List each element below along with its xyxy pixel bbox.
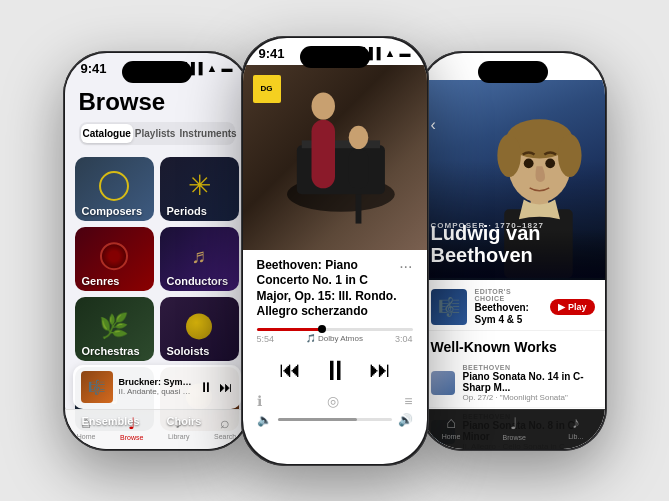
nav-home-3[interactable]: ⌂ Home — [442, 414, 461, 440]
nav-library-3[interactable]: ♪ Lib... — [568, 414, 583, 440]
bottom-nav-3: ⌂ Home ♩ Browse ♪ Lib... — [421, 409, 605, 449]
battery-icon: ▬ — [222, 62, 233, 74]
nav-library-label-1: Library — [168, 433, 189, 440]
orchestras-icon: 🌿 — [99, 312, 129, 340]
work-sub-0: Op. 27/2 · "Moonlight Sonata" — [463, 393, 595, 402]
piano-scene: DG — [243, 65, 427, 250]
volume-fill — [278, 418, 358, 421]
mini-subtitle: II. Andante, quasi allegretto (... — [119, 387, 193, 396]
mini-track-info: Bruckner: Symphony No. 4 i... II. Andant… — [119, 377, 193, 396]
composer-name-line1: Ludwig van — [431, 222, 541, 244]
nav-browse-label-1: Browse — [120, 434, 143, 441]
svg-point-15 — [545, 158, 555, 168]
svg-point-13 — [558, 134, 581, 177]
svg-point-4 — [311, 92, 334, 119]
progress-bar[interactable] — [257, 328, 413, 331]
conductors-icon: ♬ — [192, 245, 207, 268]
grid-item-composers[interactable]: Composers — [75, 157, 154, 221]
time-current: 5:54 — [257, 334, 275, 344]
tab-playlists[interactable]: Playlists — [133, 124, 178, 143]
composer-hero: ‹ COMPOSER · 1770–1827 Ludwig van Beetho… — [421, 80, 605, 280]
player-info: Beethoven: Piano Concerto No. 1 in C Maj… — [243, 250, 427, 324]
svg-point-12 — [497, 134, 520, 177]
nav-search-1[interactable]: ⌕ Search — [214, 414, 236, 440]
grid-item-genres[interactable]: Genres — [75, 227, 154, 291]
volume-slider: 🔈 🔊 — [243, 409, 427, 431]
volume-bar[interactable] — [278, 418, 392, 421]
status-time-2: 9:41 — [259, 46, 285, 61]
progress-dot — [318, 325, 326, 333]
conductors-label: Conductors — [160, 271, 236, 291]
tab-catalogue[interactable]: Catalogue — [81, 124, 133, 143]
svg-point-6 — [348, 125, 368, 148]
grid-item-soloists[interactable]: Soloists — [160, 297, 239, 361]
info-button[interactable]: ℹ — [257, 393, 262, 409]
pause-button[interactable]: ⏸ — [321, 354, 349, 387]
transport-controls: ⏮ ⏸ ⏭ — [243, 348, 427, 393]
editors-choice-section: 🎼 EDITOR'S CHOICE Beethoven: Sym 4 & 5 ▶… — [421, 280, 605, 331]
ec-info: EDITOR'S CHOICE Beethoven: Sym 4 & 5 — [475, 288, 543, 326]
composers-label: Composers — [75, 201, 150, 221]
editors-choice-badge: EDITOR'S CHOICE — [475, 288, 543, 302]
play-button[interactable]: ▶ Play — [550, 299, 594, 315]
progress-fill — [257, 328, 323, 331]
progress-section: 5:54 🎵 Dolby Atmos 3:04 — [243, 324, 427, 348]
browse-header: Browse Catalogue Playlists Instruments — [65, 80, 249, 151]
nav-search-label-1: Search — [214, 433, 236, 440]
now-playing-mini[interactable]: 🎼 Bruckner: Symphony No. 4 i... II. Anda… — [73, 365, 241, 409]
browse-tabs: Catalogue Playlists Instruments — [79, 122, 235, 145]
battery-icon-3: ▬ — [578, 62, 589, 74]
well-known-section-title: Well-Known Works — [421, 331, 605, 359]
genres-label: Genres — [75, 271, 127, 291]
phone-player: 9:41 ▐▐▐ ▲ ▬ DG — [241, 36, 429, 466]
phone-browse: 9:41 ▐▐▐ ▲ ▬ Browse Catalogue Playlists … — [63, 51, 251, 451]
mini-next-btn[interactable]: ⏭ — [219, 379, 233, 395]
mini-controls: ⏸ ⏭ — [199, 379, 233, 395]
queue-button[interactable]: ≡ — [404, 393, 412, 409]
grid-item-conductors[interactable]: ♬ Conductors — [160, 227, 239, 291]
composer-name-hero: Ludwig van Beethoven — [431, 222, 541, 266]
genres-icon — [100, 242, 128, 270]
wifi-icon-2: ▲ — [385, 47, 396, 59]
mini-pause-btn[interactable]: ⏸ — [199, 379, 213, 395]
status-time-1: 9:41 — [81, 61, 107, 76]
browse-title: Browse — [79, 88, 235, 116]
rewind-button[interactable]: ⏮ — [279, 357, 301, 383]
mini-album-art: 🎼 — [81, 371, 113, 403]
library-icon-3: ♪ — [572, 414, 580, 432]
periods-icon: ✳ — [188, 172, 211, 200]
status-time-3: 9:41 — [437, 61, 463, 76]
more-button[interactable]: ··· — [399, 258, 412, 276]
grid-item-periods[interactable]: ✳ Periods — [160, 157, 239, 221]
grid-item-orchestras[interactable]: 🌿 Orchestras — [75, 297, 154, 361]
dolby-label: Dolby Atmos — [318, 334, 363, 343]
wifi-icon-3: ▲ — [563, 62, 574, 74]
volume-high-icon: 🔊 — [398, 413, 413, 427]
nav-home-label-1: Home — [77, 433, 96, 440]
ec-title: Beethoven: Sym 4 & 5 — [475, 302, 543, 326]
soloists-label: Soloists — [160, 341, 217, 361]
work-info-0: BEETHOVEN Piano Sonata No. 14 in C-Sharp… — [463, 364, 595, 402]
dynamic-island-3 — [478, 61, 548, 83]
soloists-icon — [186, 313, 212, 339]
fast-forward-button[interactable]: ⏭ — [369, 357, 391, 383]
tab-instruments[interactable]: Instruments — [177, 124, 238, 143]
work-item-0[interactable]: BEETHOVEN Piano Sonata No. 14 in C-Sharp… — [421, 359, 605, 408]
back-button[interactable]: ‹ — [431, 116, 436, 134]
svg-rect-7 — [348, 149, 368, 188]
album-art: DG — [243, 65, 427, 250]
nav-browse-label-3: Browse — [503, 434, 526, 441]
composers-icon — [99, 171, 129, 201]
orchestras-label: Orchestras — [75, 341, 147, 361]
browse-icon-3: ♩ — [510, 414, 518, 433]
work-thumbnail-0 — [431, 371, 455, 395]
nav-home-label-3: Home — [442, 433, 461, 440]
svg-rect-1 — [296, 145, 384, 194]
airplay-button[interactable]: ◎ — [327, 393, 339, 409]
home-icon-3: ⌂ — [446, 414, 456, 432]
nav-browse-3[interactable]: ♩ Browse — [503, 414, 526, 441]
dynamic-island — [122, 61, 192, 83]
track-title: Beethoven: Piano Concerto No. 1 in C Maj… — [257, 258, 400, 320]
battery-icon-2: ▬ — [400, 47, 411, 59]
svg-rect-3 — [355, 194, 361, 223]
